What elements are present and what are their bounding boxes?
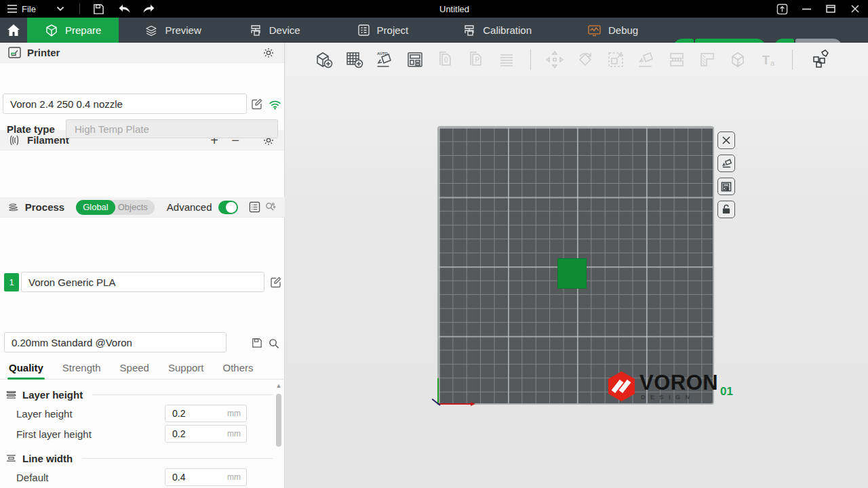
gear-icon: [262, 47, 275, 59]
group-layer-height: Layer height: [0, 386, 285, 403]
scrollbar-thumb[interactable]: [276, 394, 281, 447]
minimize-button[interactable]: [797, 1, 815, 16]
setting-unit: mm: [227, 472, 246, 482]
auto-orient-button[interactable]: AUTO: [374, 49, 395, 70]
tab-calibration[interactable]: Calibration: [445, 18, 549, 43]
chevron-down-icon: [56, 6, 64, 12]
setting-row: First layer height 0.2 mm: [0, 424, 285, 444]
process-preset-input[interactable]: 0.20mm Standard @Voron: [4, 332, 226, 352]
save-button[interactable]: [91, 1, 107, 16]
mesh-boolean-button: [727, 49, 749, 70]
viewport-toolbar: AUTO 0 P: [285, 43, 868, 76]
lock-open-icon: [722, 204, 731, 215]
process-preset-value: 0.20mm Standard @Voron: [12, 337, 132, 348]
arrange-icon: [721, 182, 732, 192]
home-icon: [7, 24, 20, 37]
process-icon: [8, 202, 19, 213]
preset-save-button[interactable]: [250, 336, 264, 350]
settings-scrollbar[interactable]: ▲ ▼: [274, 380, 283, 488]
build-plate[interactable]: VORON DESIGN: [437, 126, 714, 405]
settings-tab-bar: Quality Strength Speed Support Others: [0, 359, 285, 380]
tab-speed[interactable]: Speed: [120, 362, 149, 379]
voron-logo: VORON DESIGN: [608, 371, 718, 401]
group-title: Layer height: [22, 389, 83, 401]
scope-global-option[interactable]: Global: [76, 200, 115, 215]
filament-name-input[interactable]: Voron Generic PLA: [21, 272, 264, 292]
process-section-header: Process Global Objects Advanced: [0, 197, 285, 218]
plate-type-value: High Temp Plate: [75, 123, 149, 135]
filament-edit-button[interactable]: [269, 274, 283, 289]
voron-hexagon-icon: [608, 371, 635, 401]
filament-slot-badge[interactable]: 1: [4, 273, 19, 291]
move-button: [544, 49, 566, 70]
parameter-list-button[interactable]: [248, 200, 260, 215]
prepare-icon: [45, 24, 58, 37]
split-to-objects-button: [666, 49, 688, 70]
toolbar-separator: [792, 49, 793, 70]
plate-actions: [717, 131, 735, 218]
tab-preview[interactable]: Preview: [127, 18, 218, 43]
titlebar-separator: [79, 3, 80, 14]
scope-objects-option[interactable]: Objects: [115, 200, 155, 215]
preset-search-button[interactable]: [266, 336, 281, 350]
maximize-icon: [826, 5, 835, 13]
viewport-3d[interactable]: AUTO 0 P: [285, 43, 868, 488]
plate-type-label: Plate type: [7, 123, 66, 135]
maximize-button[interactable]: [822, 1, 840, 16]
arrange-plate-button[interactable]: [717, 178, 735, 195]
tab-project[interactable]: Project: [340, 18, 427, 43]
plate-type-select[interactable]: High Temp Plate: [66, 119, 278, 138]
file-menu-dropdown[interactable]: [52, 1, 68, 16]
lock-plate-button[interactable]: [717, 201, 735, 218]
printer-edit-button[interactable]: [250, 96, 264, 111]
group-line-width: Line width: [0, 449, 285, 467]
setting-value: 0.2: [165, 408, 227, 419]
setting-input[interactable]: 0.2 mm: [165, 405, 247, 422]
layers-button: [496, 49, 517, 70]
printer-settings-button[interactable]: [261, 45, 276, 60]
save-icon: [252, 338, 262, 348]
advanced-label: Advanced: [167, 201, 212, 213]
setting-input[interactable]: 0.2 mm: [165, 425, 247, 443]
advanced-toggle[interactable]: [218, 201, 239, 214]
delete-plate-button[interactable]: [717, 131, 735, 149]
group-title: Line width: [22, 453, 73, 464]
close-button[interactable]: [846, 1, 864, 16]
tab-strength[interactable]: Strength: [62, 362, 101, 379]
undo-button[interactable]: [117, 1, 133, 16]
scroll-up-button[interactable]: ▲: [274, 382, 283, 390]
printer-connection-button[interactable]: [267, 97, 282, 112]
add-plate-button[interactable]: [343, 49, 365, 70]
file-menu-button[interactable]: File: [7, 4, 36, 14]
tab-project-label: Project: [377, 24, 409, 36]
tab-others[interactable]: Others: [223, 362, 254, 379]
arrange-button[interactable]: [404, 49, 426, 70]
tab-prepare[interactable]: Prepare: [27, 18, 119, 43]
auto-orient-plate-button[interactable]: [717, 155, 735, 172]
tab-device[interactable]: Device: [231, 18, 318, 43]
voron-logo-text: VORON: [639, 373, 718, 393]
setting-value: 0.2: [165, 428, 227, 439]
plate-number-label[interactable]: 01: [720, 385, 733, 399]
tab-quality[interactable]: Quality: [9, 362, 43, 379]
model-cube[interactable]: [557, 258, 587, 289]
tab-support[interactable]: Support: [168, 362, 204, 379]
search-settings-button[interactable]: [264, 200, 277, 215]
hamburger-icon: [7, 4, 18, 14]
home-button[interactable]: [0, 18, 27, 43]
axis-y-indicator: [437, 378, 439, 405]
upload-button[interactable]: [773, 1, 791, 16]
tab-calibration-label: Calibration: [483, 24, 532, 36]
printer-name-input[interactable]: Voron 2.4 250 0.4 nozzle: [3, 94, 247, 114]
setting-input[interactable]: 0.4 mm: [165, 468, 247, 486]
window-title: Untitled: [439, 0, 469, 18]
project-icon: [357, 24, 370, 37]
filament-name-value: Voron Generic PLA: [28, 277, 115, 288]
tab-debug[interactable]: Debug: [570, 18, 656, 43]
add-object-button[interactable]: [313, 49, 334, 70]
tab-debug-label: Debug: [608, 24, 638, 36]
process-scope-toggle: Global Objects: [76, 200, 155, 215]
assembly-button[interactable]: [810, 49, 831, 70]
preview-icon: [144, 24, 158, 37]
redo-button[interactable]: [141, 1, 157, 16]
